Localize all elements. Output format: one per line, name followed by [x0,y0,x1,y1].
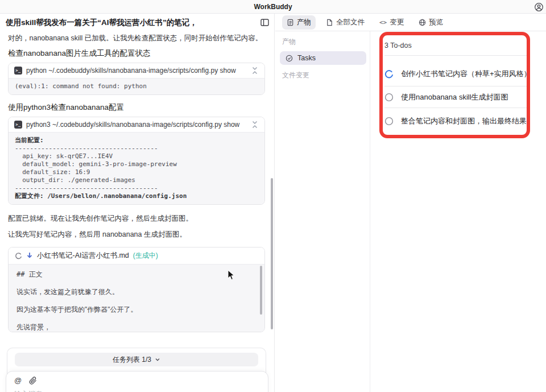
artifacts-tab-bar: 产物 全部文件 <> 变更 预览 [275,14,546,31]
step-heading: 使用python3检查nanobanana配置 [8,102,265,112]
chevron-down-icon [155,357,160,362]
sidebar-item-label: Tasks [297,54,316,62]
tab-label: 全部文件 [336,18,365,27]
output-line: output_dir: ./generated-images [15,176,258,184]
todo-label: 整合笔记内容和封面图，输出最终结果 [401,116,527,126]
todo-list-header: 3 To-dos [384,36,527,56]
topbar: WorkBuddy [0,0,546,14]
file-line: ## 正文 [16,270,257,278]
in-progress-spinner-icon [384,69,394,79]
tab-label: 变更 [390,18,404,27]
todo-item[interactable]: 创作小红书笔记内容（种草+实用风格） [384,56,527,86]
pending-circle-icon [384,93,394,102]
tab-preview[interactable]: 预览 [414,15,448,30]
app-window: WorkBuddy 使用skill帮我发布一篇关于“AI帮我运营小红书”的笔记，… [0,0,546,392]
mouse-cursor [228,270,235,280]
terminal-command: python3 ~/.codebuddy/skills/nanobanana-i… [26,121,247,129]
terminal-block: >_ python3 ~/.codebuddy/skills/nanobanan… [8,117,265,205]
artifacts-sidebar: 产物 Tasks 文件变更 [275,31,370,392]
assistant-message: 对的，nanobanana skill 已加载。让我先检查配置状态，同时开始创作… [8,34,265,43]
tab-label: 产物 [297,18,311,27]
assistant-message: 配置已就绪。现在让我先创作笔记内容，然后生成封面图。 [8,214,265,223]
terminal-icon: >_ [14,67,22,75]
file-line: 先说背景， [16,323,257,331]
chat-messages: 对的，nanobanana skill 已加载。让我先检查配置状态，同时开始创作… [0,31,275,392]
chat-header: 使用skill帮我发布一篇关于“AI帮我运营小红书”的笔记， [0,14,274,31]
terminal-command: python ~/.codebuddy/skills/nanobanana-im… [26,67,247,75]
terminal-icon: >_ [14,121,22,129]
file-line: 说实话，发这篇之前犹豫了很久。 [16,288,257,296]
artifacts-panel: 产物 全部文件 <> 变更 预览 [275,14,546,392]
sidebar-item-tasks[interactable]: Tasks [280,51,366,65]
user-avatar-icon[interactable] [534,2,544,12]
tab-artifacts[interactable]: 产物 [282,15,316,30]
file-card-header: 小红书笔记-AI运营小红书.md (生成中) [9,247,264,264]
check-circle-icon [286,55,293,62]
terminal-block-header: >_ python3 ~/.codebuddy/skills/nanobanan… [9,117,264,132]
tab-label: 预览 [429,18,443,27]
todo-list: 3 To-dos 创作小红书笔记内容（种草+实用风格） 使用nanobanana… [384,36,527,134]
collapse-icon[interactable] [251,67,259,75]
output-line: default_model: gemini-3-pro-image-previe… [15,160,258,168]
todo-item[interactable]: 使用nanobanana skill生成封面图 [384,86,527,108]
output-line: 配置文件: /Users/bellon/.nanobanana/config.j… [15,192,258,200]
sidebar-section-changes: 文件变更 [282,71,366,80]
task-list-label: 任务列表 1/3 [113,355,151,365]
sidebar-section-artifacts: 产物 [282,37,366,47]
tab-all-files[interactable]: 全部文件 [321,15,369,30]
chat-scrollbar[interactable] [271,178,273,329]
conversation-title: 使用skill帮我发布一篇关于“AI帮我运营小红书”的笔记， [6,18,260,28]
mention-icon[interactable]: @ [14,376,22,385]
file-status-badge: (生成中) [133,251,158,261]
file-preview-scrollbar[interactable] [260,266,262,315]
terminal-block: >_ python ~/.codebuddy/skills/nanobanana… [8,63,265,95]
file-icon [326,19,333,26]
todo-item[interactable]: 整合笔记内容和封面图，输出最终结果 [384,108,527,134]
attachment-icon[interactable] [29,377,37,385]
assistant-message: 让我先写好笔记内容，然后用 nanobanana 生成封面图。 [8,230,265,239]
app-title: WorkBuddy [254,3,292,11]
output-line: -------------------------------------- [15,145,258,152]
terminal-output: 当前配置: ----------------------------------… [9,132,264,204]
generated-file-card[interactable]: 小红书笔记-AI运营小红书.md (生成中) ## 正文 说实话，发这篇之前犹豫… [8,247,265,332]
output-line: api_key: sk-qrQE7...IE4V [15,152,258,160]
collapse-icon[interactable] [251,121,259,129]
file-preview: ## 正文 说实话，发这篇之前犹豫了很久。 因为这基本等于把我的"作弊器"公开了… [9,264,264,332]
code-icon: <> [379,19,387,26]
globe-icon [419,19,426,26]
output-line: default_size: 16:9 [15,168,258,176]
todo-label: 使用nanobanana skill生成封面图 [401,92,508,102]
composer-toolbar: @ [14,376,260,385]
tab-changes[interactable]: <> 变更 [375,15,408,30]
message-composer[interactable]: @ 输入消息 [6,371,268,392]
panel-toggle-icon[interactable] [260,18,270,27]
document-icon [287,19,294,26]
terminal-block-header: >_ python ~/.codebuddy/skills/nanobanana… [9,63,264,78]
file-line: 因为这基本等于把我的"作弊器"公开了。 [16,306,257,313]
todo-label: 创作小红书笔记内容（种草+实用风格） [401,69,531,79]
task-list-toggle[interactable]: 任务列表 1/3 [15,353,258,366]
step-heading: 检查nanobanana图片生成工具的配置状态 [8,48,265,58]
loading-spinner-icon [15,252,22,259]
chat-panel: 使用skill帮我发布一篇关于“AI帮我运营小红书”的笔记， 对的，nanoba… [0,14,275,392]
message-input[interactable]: 输入消息 [14,390,260,392]
terminal-output: (eval):1: command not found: python [9,78,264,94]
file-name: 小红书笔记-AI运营小红书.md [37,251,129,261]
output-line: 当前配置: [15,137,258,145]
pending-circle-icon [384,117,394,126]
output-line: (eval):1: command not found: python [15,82,258,90]
output-line: -------------------------------------- [15,184,258,192]
markdown-file-icon [26,252,33,259]
